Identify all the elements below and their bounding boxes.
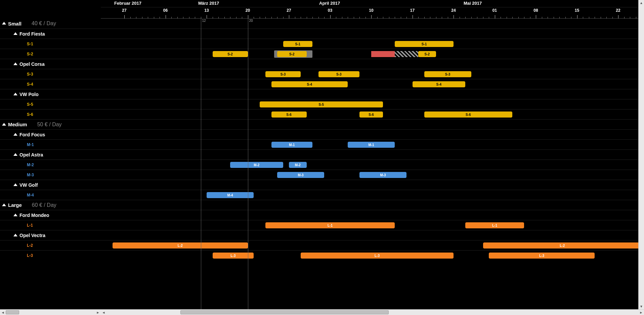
expand-icon[interactable] (2, 22, 6, 25)
reservation-bar[interactable]: M-3 (277, 172, 324, 178)
reservation-bar[interactable]: L-2 (113, 242, 248, 249)
month-label: April 2017 (319, 1, 340, 6)
reservation-bar[interactable]: S-6 (424, 111, 513, 118)
timeline-lane: S-1S-1 (101, 39, 644, 49)
expand-icon[interactable] (2, 123, 6, 126)
model-row[interactable]: Opel Astra (0, 149, 101, 160)
resource-row[interactable]: L-3 (0, 250, 101, 260)
resource-row[interactable]: S-2 (0, 49, 101, 59)
reservation-bar[interactable]: S-5 (260, 101, 383, 107)
maintenance-block[interactable] (395, 51, 418, 57)
scroll-left-icon[interactable]: ◄ (0, 310, 6, 315)
day-label: 13 (204, 8, 209, 13)
scroll-right-icon[interactable]: ► (95, 310, 101, 315)
scroll-thumb[interactable] (6, 310, 19, 314)
resource-row[interactable]: L-1 (0, 220, 101, 230)
reservation-bar[interactable]: S-4 (413, 81, 466, 87)
expand-icon[interactable] (13, 183, 17, 186)
reservation-bar[interactable]: M-3 (359, 172, 406, 178)
expand-icon[interactable] (13, 234, 17, 236)
model-row[interactable]: Ford Fiesta (0, 29, 101, 39)
app-root: Small40 € / DayFord FiestaS-1S-2Opel Cor… (0, 0, 644, 315)
tick (124, 15, 125, 18)
model-row[interactable]: Ford Mondeo (0, 210, 101, 220)
resource-row[interactable]: S-4 (0, 79, 101, 89)
reservation-bar[interactable]: S-1 (283, 41, 313, 47)
resource-row[interactable]: S-6 (0, 109, 101, 119)
reservation-bar[interactable]: S-1 (395, 41, 454, 47)
resource-row[interactable]: S-3 (0, 69, 101, 79)
reservation-bar[interactable]: L-3 (301, 253, 454, 259)
resource-row[interactable]: M-3 (0, 170, 101, 180)
category-price: 60 € / Day (32, 202, 56, 208)
reservation-bar[interactable]: L-1 (465, 222, 524, 228)
reservation-label: S-2 (225, 52, 235, 56)
vertical-scrollbar[interactable]: ▲ ▼ (638, 0, 644, 309)
expand-icon[interactable] (13, 214, 17, 216)
reservation-bar[interactable]: S-3 (318, 71, 360, 77)
expand-icon[interactable] (13, 32, 17, 35)
reservation-bar[interactable]: S-2 (213, 51, 248, 57)
scroll-track[interactable] (6, 310, 95, 315)
reservation-bar[interactable]: M-2 (289, 162, 307, 168)
expand-icon[interactable] (13, 133, 17, 136)
model-name: Opel Corsa (19, 61, 45, 67)
model-row[interactable]: Opel Vectra (0, 230, 101, 240)
scroll-thumb[interactable] (180, 310, 389, 314)
reservation-bar[interactable]: M-1 (271, 142, 313, 148)
model-row[interactable]: Ford Focus (0, 129, 101, 139)
model-name: VW Polo (19, 92, 39, 97)
reservation-bar[interactable]: S-2 (418, 51, 436, 57)
category-price: 40 € / Day (32, 20, 56, 27)
reservation-bar[interactable]: S-3 (265, 71, 301, 77)
category-row[interactable]: Medium50 € / Day (0, 119, 101, 129)
resource-row[interactable]: S-5 (0, 99, 101, 109)
timeline-scrollbar[interactable]: ◄ ► (101, 309, 644, 315)
category-row[interactable]: Large60 € / Day (0, 200, 101, 210)
expand-icon[interactable] (13, 93, 17, 95)
model-row[interactable]: VW Golf (0, 180, 101, 190)
resource-row[interactable]: L-2 (0, 240, 101, 250)
resource-row[interactable]: M-2 (0, 160, 101, 170)
tick (207, 15, 207, 18)
reservation-bar[interactable]: S-6 (271, 111, 307, 118)
timeline-lane: M-3M-3 (101, 170, 644, 180)
day-label: 20 (246, 8, 250, 13)
scroll-down-icon[interactable]: ▼ (639, 304, 644, 309)
reservation-bar[interactable]: M-1 (348, 142, 395, 148)
conflict-block[interactable] (371, 51, 395, 57)
reservation-label: S-3 (443, 73, 453, 76)
scroll-track[interactable] (106, 310, 638, 315)
reservation-bar[interactable]: S-3 (424, 71, 471, 77)
expand-icon[interactable] (13, 153, 17, 156)
day-label: 06 (163, 8, 168, 13)
scroll-up-icon[interactable]: ▲ (639, 0, 644, 6)
resource-row[interactable]: M-4 (0, 190, 101, 200)
day-label: 15 (575, 8, 579, 13)
reservation-bar[interactable]: S-4 (271, 81, 348, 87)
reservation-bar[interactable]: L-3 (489, 253, 595, 259)
reservation-bar[interactable]: L-2 (483, 242, 642, 249)
reservation-bar[interactable]: M-2 (230, 162, 283, 168)
timeline-lane (101, 129, 644, 139)
sidebar-scrollbar[interactable]: ◄ ► (0, 309, 101, 315)
timeline-body[interactable]: 1220S-1S-1S-2S-2S-2S-3S-3S-3S-4S-4S-5S-6… (101, 18, 644, 309)
model-row[interactable]: VW Polo (0, 89, 101, 99)
scroll-left-icon[interactable]: ◄ (101, 310, 106, 315)
expand-icon[interactable] (13, 62, 17, 65)
timeline-lane (101, 59, 644, 69)
reservation-bar[interactable]: S-6 (359, 111, 383, 118)
reservation-label: S-4 (305, 83, 314, 86)
resource-row[interactable]: M-1 (0, 139, 101, 149)
expand-icon[interactable] (2, 204, 6, 206)
reservation-bar[interactable]: M-4 (207, 192, 254, 198)
category-row[interactable]: Small40 € / Day (0, 18, 101, 29)
timeline-lane (101, 230, 644, 240)
reservation-bar[interactable]: S-2 (277, 51, 307, 57)
scroll-track[interactable] (639, 6, 644, 304)
resource-row[interactable]: S-1 (0, 39, 101, 49)
model-row[interactable]: Opel Corsa (0, 59, 101, 69)
category-name: Medium (8, 122, 27, 127)
scroll-right-icon[interactable]: ► (638, 310, 644, 315)
reservation-bar[interactable]: L-1 (265, 222, 395, 228)
